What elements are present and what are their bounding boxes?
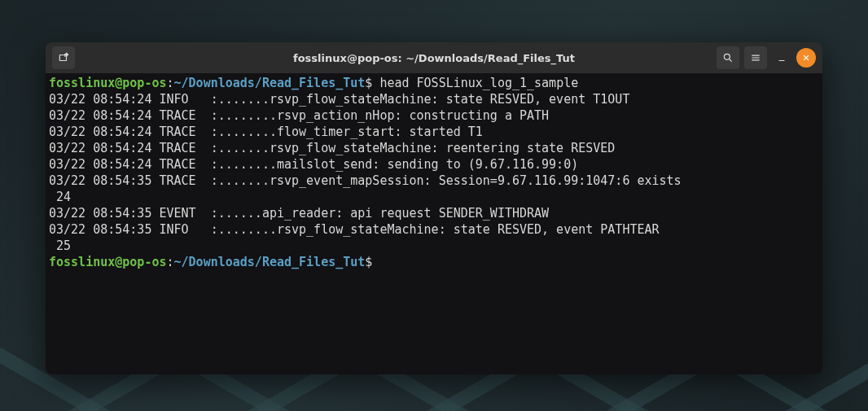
minimize-icon [776, 52, 787, 63]
prompt-line-2: fosslinux@pop-os:~/Downloads/Read_Files_… [49, 254, 819, 270]
command-text: head FOSSLinux_log_1_sample [379, 76, 578, 90]
prompt-colon: : [167, 76, 174, 90]
prompt-line-1: fosslinux@pop-os:~/Downloads/Read_Files_… [49, 75, 819, 91]
svg-text:+: + [64, 52, 68, 57]
output-line: 03/22 08:54:24 TRACE :.......rsvp_flow_s… [49, 140, 819, 156]
new-tab-button[interactable]: + [52, 46, 75, 69]
prompt-path: ~/Downloads/Read_Files_Tut [174, 255, 366, 269]
prompt-colon: : [167, 255, 174, 269]
svg-point-4 [724, 54, 730, 59]
output-line: 03/22 08:54:24 TRACE :........flow_timer… [49, 124, 819, 140]
search-icon [722, 52, 734, 63]
prompt-path: ~/Downloads/Read_Files_Tut [174, 76, 366, 90]
terminal-window: + fosslinux@pop-os: ~/Downloads/Read_Fil… [46, 42, 822, 374]
prompt-user-host: fosslinux@pop-os [49, 255, 167, 269]
hamburger-icon [750, 52, 761, 63]
prompt-user-host: fosslinux@pop-os [49, 76, 167, 90]
close-icon [802, 54, 810, 62]
close-button[interactable] [796, 48, 816, 68]
output-line: 03/22 08:54:35 TRACE :.......rsvp_event_… [49, 173, 819, 189]
output-line: 03/22 08:54:35 EVENT :......api_reader: … [49, 205, 819, 221]
terminal-output[interactable]: fosslinux@pop-os:~/Downloads/Read_Files_… [46, 73, 822, 374]
new-tab-icon: + [58, 52, 69, 63]
svg-line-5 [730, 59, 732, 62]
prompt-symbol: $ [365, 76, 379, 90]
prompt-symbol: $ [365, 255, 379, 269]
output-line: 03/22 08:54:35 INFO :........rsvp_flow_s… [49, 221, 819, 238]
menu-button[interactable] [744, 46, 767, 69]
window-title: fosslinux@pop-os: ~/Downloads/Read_Files… [293, 52, 575, 64]
search-button[interactable] [717, 46, 739, 69]
output-line: 03/22 08:54:24 TRACE :........mailslot_s… [49, 156, 819, 173]
minimize-button[interactable] [772, 48, 791, 68]
output-line: 25 [49, 238, 819, 254]
output-line: 03/22 08:54:24 INFO :.......rsvp_flow_st… [49, 91, 819, 107]
desktop-wallpaper: + fosslinux@pop-os: ~/Downloads/Read_Fil… [0, 0, 868, 411]
output-line: 03/22 08:54:24 TRACE :........rsvp_actio… [49, 107, 819, 124]
output-line: 24 [49, 189, 819, 205]
titlebar: + fosslinux@pop-os: ~/Downloads/Read_Fil… [46, 42, 822, 73]
